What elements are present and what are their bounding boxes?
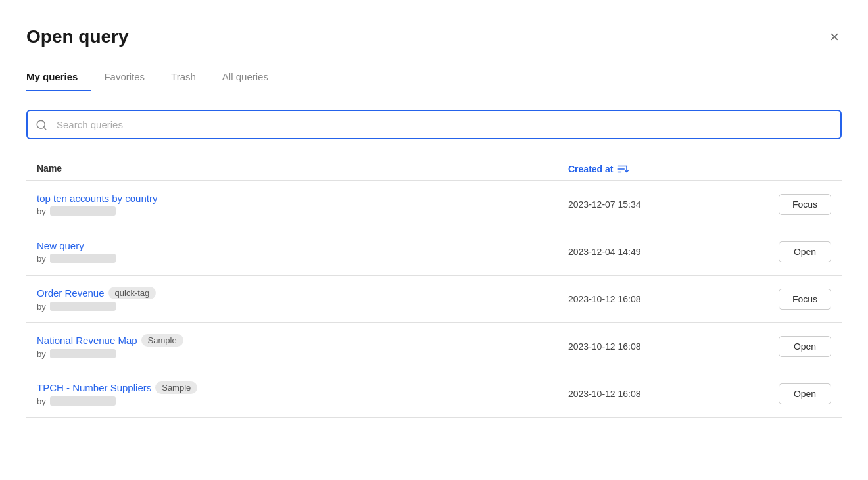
row-date: 2023-12-07 15:34 [568, 199, 739, 210]
sort-icon [617, 163, 629, 175]
row-by: by [37, 302, 568, 312]
open-button[interactable]: Open [779, 336, 831, 357]
row-title-link[interactable]: National Revenue Map [37, 335, 137, 346]
row-info: National Revenue Map Sample by [37, 334, 568, 359]
open-button[interactable]: Open [779, 241, 831, 262]
focus-button[interactable]: Focus [779, 289, 831, 310]
row-by: by [37, 349, 568, 359]
tab-my-queries[interactable]: My queries [26, 63, 91, 91]
table-row: Order Revenue quick-tag by 2023-10-12 16… [26, 276, 842, 323]
row-by-user [50, 302, 116, 311]
table-row: TPCH - Number Suppliers Sample by 2023-1… [26, 370, 842, 418]
row-date: 2023-10-12 16:08 [568, 341, 739, 352]
row-action: Open [739, 383, 831, 404]
row-title-link[interactable]: New query [37, 240, 568, 251]
row-by-user [50, 349, 116, 358]
row-tag: Sample [141, 334, 183, 347]
row-action: Open [739, 241, 831, 262]
row-tag: Sample [155, 381, 197, 394]
row-date: 2023-10-12 16:08 [568, 389, 739, 399]
row-action: Focus [739, 194, 831, 215]
table-row: top ten accounts by country by 2023-12-0… [26, 181, 842, 228]
row-title-link[interactable]: top ten accounts by country [37, 193, 568, 204]
row-info: Order Revenue quick-tag by [37, 287, 568, 312]
open-button[interactable]: Open [779, 383, 831, 404]
row-info: top ten accounts by country by [37, 193, 568, 216]
modal-header: Open query × [26, 26, 842, 47]
table-header: Name Created at [26, 158, 842, 181]
row-by-user [50, 396, 116, 406]
search-icon [36, 119, 47, 131]
svg-line-1 [43, 127, 45, 129]
tab-trash[interactable]: Trash [158, 63, 209, 91]
close-button[interactable]: × [827, 26, 842, 47]
row-action: Focus [739, 289, 831, 310]
row-by: by [37, 206, 568, 216]
search-container [26, 110, 842, 139]
row-action: Open [739, 336, 831, 357]
row-title-link[interactable]: Order Revenue [37, 287, 105, 299]
col-header-name: Name [37, 163, 568, 175]
row-date: 2023-10-12 16:08 [568, 294, 739, 304]
row-date: 2023-12-04 14:49 [568, 247, 739, 257]
row-info: TPCH - Number Suppliers Sample by [37, 381, 568, 406]
col-header-created[interactable]: Created at [568, 163, 739, 175]
row-tag: quick-tag [108, 287, 157, 299]
table-row: National Revenue Map Sample by 2023-10-1… [26, 323, 842, 370]
queries-table: Name Created at top ten accounts by [26, 158, 842, 418]
row-info: New query by [37, 240, 568, 264]
row-by: by [37, 254, 568, 264]
tab-all-queries[interactable]: All queries [209, 63, 281, 91]
open-query-modal: Open query × My queries Favorites Trash … [0, 0, 868, 480]
tab-favorites[interactable]: Favorites [91, 63, 158, 91]
row-title-link[interactable]: TPCH - Number Suppliers [37, 382, 151, 393]
search-input[interactable] [26, 110, 842, 139]
table-row: New query by 2023-12-04 14:49 Open [26, 228, 842, 276]
row-by-user [50, 254, 116, 263]
row-by: by [37, 396, 568, 406]
focus-button[interactable]: Focus [779, 194, 831, 215]
row-by-user [50, 206, 116, 216]
modal-title: Open query [26, 26, 129, 47]
tabs-container: My queries Favorites Trash All queries [26, 63, 842, 91]
